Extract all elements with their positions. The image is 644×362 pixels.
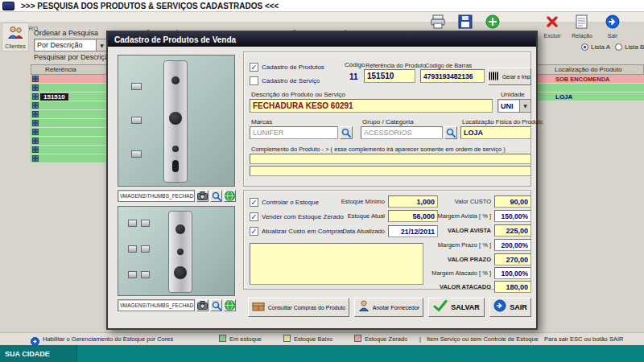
legend-yellow-swatch — [283, 335, 291, 342]
checkbox-checked-icon: ✓ — [250, 227, 258, 236]
table-row[interactable] — [31, 137, 105, 146]
table-row[interactable] — [31, 119, 105, 128]
camera-button[interactable] — [196, 299, 208, 311]
margem-prazo-field[interactable]: 200,00% — [494, 239, 531, 251]
loja-cell: LOJA — [555, 93, 572, 101]
cadastro-produtos-label: Cadastro de Produtos — [262, 64, 324, 71]
plus-icon — [485, 14, 500, 32]
report-icon — [576, 14, 588, 32]
col-referencia: Referência — [45, 66, 76, 73]
web-image-button[interactable] — [224, 299, 236, 311]
consultar-compras-button[interactable]: Consultar Compras do Produto — [248, 298, 349, 317]
table-row[interactable] — [31, 128, 105, 137]
ordenar-dropdown[interactable]: Por Descrição ▼ — [34, 39, 108, 51]
sair-label: Sair — [608, 33, 617, 39]
lista-b-label: Lista B — [625, 43, 644, 51]
table-row[interactable] — [31, 110, 105, 119]
salvar-button[interactable]: SALVAR — [428, 298, 485, 317]
lista-a-label: Lista A — [591, 43, 610, 51]
camera-button[interactable] — [196, 190, 208, 202]
cadastro-produtos-checkbox[interactable]: ✓ Cadastro de Produtos — [250, 63, 324, 72]
exit-arrow-icon — [605, 14, 620, 32]
legend-pink-swatch — [354, 335, 361, 342]
grupo-field[interactable]: ACESSORIOS — [361, 126, 443, 139]
selected-reference-cell: 151510 — [40, 93, 68, 101]
checkbox-checked-icon: ✓ — [250, 212, 258, 221]
descricao-field[interactable]: FECHADURA KESO 60291 — [250, 99, 493, 113]
margem-prazo-label: Margem Prazo [ % ] — [423, 241, 491, 249]
unidade-dropdown[interactable]: UNI ▼ — [497, 99, 531, 113]
grupo-label: Grupo / Categoria — [362, 118, 414, 125]
localizacao-field[interactable]: LOJA — [460, 126, 531, 139]
valor-avista-field[interactable]: 225,00 — [494, 224, 531, 237]
anotar-fornecedor-label: Anotar Fornecedor — [373, 305, 419, 311]
table-row[interactable] — [31, 84, 105, 93]
localizacao-label: Localização Física do Produto — [462, 118, 543, 125]
title-bar: >>> PESQUISA DOS PRODUTOS & SERVIÇOS CAD… — [0, 0, 644, 12]
sair-button[interactable]: Sair — [601, 14, 625, 39]
margem-atacado-field[interactable]: 100,00% — [494, 267, 531, 279]
clientes-button[interactable]: Clientes — [2, 23, 29, 51]
notes-area[interactable] — [250, 243, 423, 285]
modal-title-bar[interactable]: Cadastro de Produtos de Venda — [108, 32, 536, 47]
lista-b-radio[interactable]: Lista B — [615, 43, 644, 51]
table-row[interactable] — [31, 146, 105, 154]
valor-custo-field[interactable]: 90,00 — [494, 195, 531, 208]
chevron-down-icon[interactable]: ▼ — [96, 39, 107, 51]
window-title: >>> PESQUISA DOS PRODUTOS & SERVIÇOS CAD… — [21, 2, 279, 10]
codigo-barras-label: Código de Barras — [425, 62, 472, 69]
table-row[interactable] — [538, 84, 644, 93]
gerar-imprimir-label: Gerar e Imprimi — [502, 74, 530, 80]
referencia-label: Referência do Produto — [365, 62, 426, 69]
table-row-selected[interactable]: 151510 — [31, 93, 105, 101]
status-city: SUA CIDADE — [5, 350, 50, 358]
legend-sair-hint: Para sair ESC ou botão SAIR — [544, 335, 623, 343]
cadastro-servico-checkbox[interactable]: Cadastro de Serviço — [250, 76, 320, 85]
margem-avista-field[interactable]: 150,00% — [494, 210, 531, 222]
status-bar — [0, 345, 644, 362]
image-path-input-1[interactable]: \IMAGENS\THUMBS_FECHAD — [118, 190, 195, 202]
printer-icon — [430, 14, 446, 32]
valor-prazo-label: VALOR PRAZO — [423, 256, 491, 263]
search-image-button[interactable] — [210, 190, 222, 202]
relacao-label: Relação — [572, 33, 592, 39]
table-row[interactable] — [31, 101, 105, 110]
unidade-label: Unidade — [501, 91, 525, 98]
web-image-button[interactable] — [224, 190, 236, 202]
complemento-label: Complemento do Produto - > ( esse comple… — [251, 146, 506, 153]
radio-unselected-icon — [615, 43, 622, 51]
excluir-button[interactable]: Excluir — [539, 14, 565, 39]
col-localizacao: Localização do Produto — [555, 66, 622, 73]
controlar-estoque-checkbox[interactable]: ✓ Controlar o Estoque — [250, 198, 319, 207]
table-row-encomenda[interactable]: SOB ENCOMENDA — [538, 75, 644, 84]
modal-sair-button[interactable]: SAIR — [489, 298, 531, 317]
marcas-search-button[interactable] — [340, 126, 353, 139]
complemento-field-1[interactable] — [250, 154, 531, 164]
relacao-button[interactable]: Relação — [568, 14, 596, 39]
table-row[interactable] — [31, 75, 105, 84]
chevron-down-icon[interactable]: ▼ — [519, 100, 530, 112]
delete-x-icon — [545, 14, 559, 32]
window-icon — [2, 2, 14, 10]
image-path-input-2[interactable]: \IMAGENS\THUMBS_FECHAD — [118, 299, 195, 311]
marcas-field[interactable]: LUNIFER — [250, 126, 338, 139]
gerar-imprimir-button[interactable]: Gerar e Imprimi — [488, 68, 531, 85]
anotar-fornecedor-button[interactable]: Anotar Fornecedor — [354, 298, 423, 317]
table-row[interactable] — [31, 154, 105, 163]
codigo-barras-field[interactable]: 4793193482136 — [420, 69, 485, 83]
legend-habilitar[interactable]: Habilitar o Gerenciamento do Estoque por… — [43, 335, 173, 343]
descricao-label: Descrição do Produto ou Serviço — [251, 91, 345, 98]
check-icon — [433, 300, 448, 315]
marcas-label: Marcas — [251, 118, 272, 125]
complemento-field-2[interactable] — [250, 166, 531, 176]
valor-atacado-field[interactable]: 180,00 — [494, 281, 531, 293]
referencia-field[interactable]: 151510 — [364, 69, 415, 83]
grupo-search-button[interactable] — [444, 126, 457, 139]
lista-a-radio[interactable]: Lista A — [581, 43, 610, 51]
data-atualizado-label: Data Atualizado — [325, 228, 385, 235]
valor-prazo-field[interactable]: 270,00 — [494, 253, 531, 265]
search-image-button[interactable] — [210, 299, 222, 311]
estoque-minimo-label: Estoque Mínimo — [325, 198, 385, 205]
product-photo-1 — [118, 55, 235, 187]
table-row[interactable]: LOJA — [538, 93, 644, 101]
